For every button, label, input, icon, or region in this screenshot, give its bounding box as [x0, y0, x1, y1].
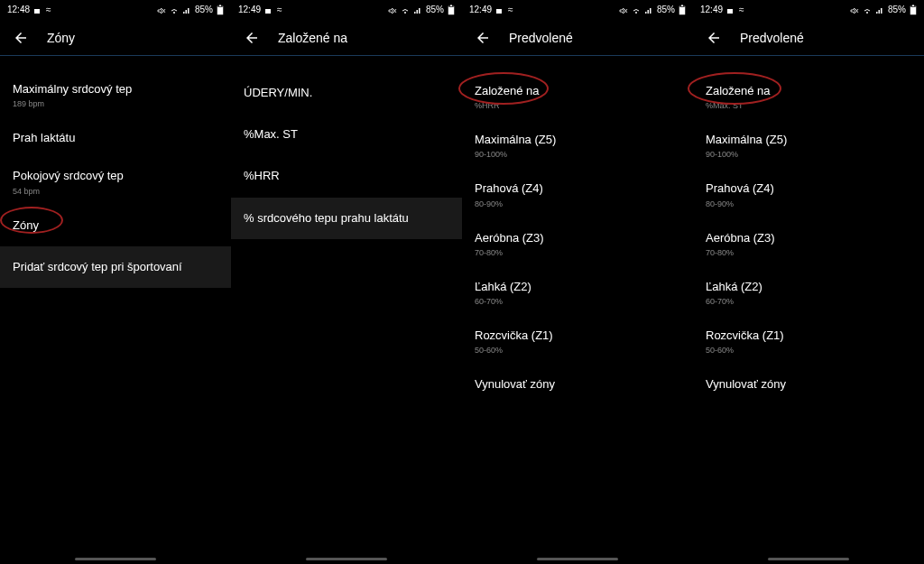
wifi-icon	[170, 5, 179, 14]
list-item-zone-4[interactable]: Prahová (Z4) 80-90%	[462, 170, 693, 218]
panel-default-maxst: 12:49 ≈ 85% Predvolené	[693, 0, 924, 564]
svg-point-25	[866, 12, 868, 14]
battery-text: 85%	[888, 5, 906, 14]
list-item-zone-3[interactable]: Aeróbna (Z3) 70-80%	[462, 219, 693, 268]
content-list: Založené na %HRR Maximálna (Z5) 90-100% …	[462, 56, 693, 564]
list-item-bpm[interactable]: ÚDERY/MIN.	[231, 72, 462, 114]
panel-default-hrr: 12:49 ≈ 85% Predvolené	[462, 0, 693, 564]
list-item-zone-2[interactable]: Ľahká (Z2) 60-70%	[462, 268, 693, 317]
list-item-max-hr[interactable]: Maximálny srdcový tep 189 bpm	[0, 72, 231, 117]
list-item-resting-hr[interactable]: Pokojový srdcový tep 54 bpm	[0, 159, 231, 204]
svg-rect-14	[448, 7, 454, 14]
list-item-zone-1[interactable]: Rozcvička (Z1) 50-60%	[462, 317, 693, 365]
mute-icon	[619, 5, 628, 14]
svg-rect-22	[679, 7, 685, 14]
header: Zóny	[0, 20, 231, 56]
status-bar: 12:49 ≈ 85%	[231, 0, 462, 20]
svg-rect-6	[217, 7, 223, 14]
signal-icon	[644, 5, 653, 14]
list-item-add-hr[interactable]: Pridať srdcový tep pri športovaní	[0, 246, 231, 288]
list-item-max-st[interactable]: %Max. ST	[231, 114, 462, 155]
svg-rect-8	[265, 9, 271, 14]
list-item-zone-4[interactable]: Prahová (Z4) 80-90%	[693, 170, 924, 218]
content-list: Maximálny srdcový tep 189 bpm Prah laktá…	[0, 56, 231, 564]
status-icon: ≈	[739, 5, 744, 14]
list-item-reset-zones[interactable]: Vynulovať zóny	[693, 365, 924, 403]
list-item-zones[interactable]: Zóny	[0, 205, 231, 246]
wifi-icon	[401, 5, 410, 14]
content-list: Založené na %Max. ST Maximálna (Z5) 90-1…	[693, 56, 924, 564]
status-bar: 12:49 ≈ 85%	[462, 0, 693, 20]
svg-rect-0	[34, 9, 40, 14]
list-item-zone-2[interactable]: Ľahká (Z2) 60-70%	[693, 268, 924, 317]
list-item-lactate[interactable]: Prah laktátu	[0, 117, 231, 159]
svg-rect-2	[183, 12, 185, 14]
svg-rect-18	[645, 12, 647, 14]
back-arrow-icon[interactable]	[475, 28, 491, 47]
header: Založené na	[231, 20, 462, 56]
mute-icon	[850, 5, 859, 14]
header: Predvolené	[693, 20, 924, 56]
status-icon: ≈	[46, 5, 51, 14]
battery-icon	[217, 5, 224, 15]
status-bar: 12:49 ≈ 85%	[693, 0, 924, 20]
battery-icon	[679, 5, 686, 15]
svg-rect-12	[419, 8, 420, 14]
mute-icon	[388, 5, 397, 14]
svg-rect-27	[878, 10, 880, 14]
svg-point-9	[404, 12, 406, 14]
list-item-hrr[interactable]: %HRR	[231, 155, 462, 197]
svg-rect-16	[496, 9, 502, 14]
header: Predvolené	[462, 20, 693, 56]
status-time: 12:48	[7, 5, 30, 14]
list-item-zone-5[interactable]: Maximálna (Z5) 90-100%	[462, 121, 693, 170]
battery-text: 85%	[195, 5, 213, 14]
status-icon	[726, 5, 735, 14]
svg-rect-28	[881, 8, 882, 14]
battery-text: 85%	[657, 5, 675, 14]
back-arrow-icon[interactable]	[13, 28, 29, 47]
svg-rect-15	[450, 5, 452, 7]
list-item-zone-1[interactable]: Rozcvička (Z1) 50-60%	[693, 317, 924, 365]
status-time: 12:49	[469, 5, 492, 14]
back-arrow-icon[interactable]	[706, 28, 722, 47]
nav-indicator	[306, 558, 387, 560]
nav-indicator	[75, 558, 156, 560]
nav-indicator	[768, 558, 849, 560]
mute-icon	[157, 5, 166, 14]
status-time: 12:49	[238, 5, 261, 14]
wifi-icon	[632, 5, 641, 14]
nav-indicator	[537, 558, 618, 560]
list-item-based-on[interactable]: Založené na %Max. ST	[693, 72, 924, 121]
list-item-zone-3[interactable]: Aeróbna (Z3) 70-80%	[693, 219, 924, 268]
list-item-reset-zones[interactable]: Vynulovať zóny	[462, 365, 693, 403]
status-icon	[264, 5, 273, 14]
svg-point-1	[173, 12, 175, 14]
status-time: 12:49	[700, 5, 723, 14]
svg-rect-11	[416, 10, 418, 14]
svg-rect-31	[912, 5, 914, 7]
signal-icon	[875, 5, 884, 14]
back-arrow-icon[interactable]	[244, 28, 260, 47]
battery-icon	[910, 5, 917, 15]
svg-rect-10	[414, 12, 416, 14]
svg-point-17	[635, 12, 637, 14]
svg-rect-26	[876, 12, 878, 14]
svg-rect-4	[188, 8, 189, 14]
header-title: Zóny	[47, 31, 75, 45]
list-item-based-on[interactable]: Založené na %HRR	[462, 72, 693, 121]
svg-rect-7	[219, 5, 221, 7]
battery-icon	[448, 5, 455, 15]
signal-icon	[182, 5, 191, 14]
panel-zones: 12:48 ≈ 85% Zóny	[0, 0, 231, 564]
header-title: Predvolené	[509, 31, 573, 45]
status-bar: 12:48 ≈ 85%	[0, 0, 231, 20]
list-item-lactate-hr[interactable]: % srdcového tepu prahu laktátu	[231, 198, 462, 239]
svg-rect-30	[910, 7, 916, 14]
header-title: Založené na	[278, 31, 347, 45]
battery-text: 85%	[426, 5, 444, 14]
status-icon: ≈	[277, 5, 282, 14]
list-item-zone-5[interactable]: Maximálna (Z5) 90-100%	[693, 121, 924, 170]
svg-rect-19	[647, 10, 649, 14]
status-icon	[495, 5, 504, 14]
